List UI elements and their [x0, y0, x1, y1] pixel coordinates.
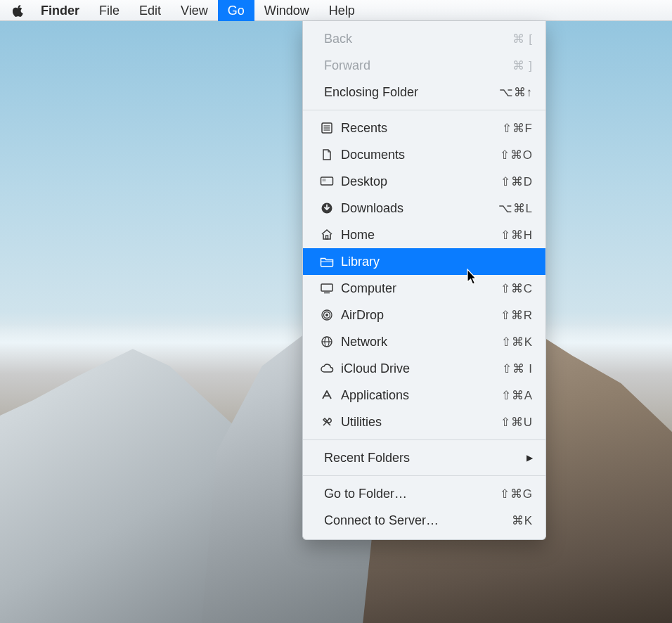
menu-item-label: Applications: [341, 388, 501, 403]
menu-item-applications[interactable]: Applications ⇧⌘A: [303, 382, 545, 409]
menu-item-label: Enclosing Folder: [324, 85, 499, 100]
menu-item-recent-folders[interactable]: Recent Folders ▶: [303, 444, 545, 471]
menu-item-shortcut: ⇧⌘G: [500, 487, 533, 501]
utilities-icon: [318, 416, 335, 428]
menu-item-label: Utilities: [341, 415, 500, 430]
svg-rect-9: [321, 284, 332, 291]
documents-icon: [318, 148, 335, 161]
menu-view[interactable]: View: [171, 0, 218, 21]
home-icon: [318, 229, 335, 241]
menu-item-shortcut: ⇧⌘C: [500, 281, 533, 296]
menu-item-shortcut: ⌘ [: [512, 32, 533, 46]
menu-item-back: Back ⌘ [: [303, 25, 545, 52]
app-name[interactable]: Finder: [31, 0, 89, 21]
menu-item-label: Home: [341, 228, 500, 243]
menu-item-label: Connect to Server…: [324, 513, 512, 528]
menu-item-icloud[interactable]: iCloud Drive ⇧⌘ I: [303, 355, 545, 382]
menu-item-enclosing-folder[interactable]: Enclosing Folder ⌥⌘↑: [303, 79, 545, 105]
svg-rect-5: [323, 179, 326, 181]
menu-item-shortcut: ⇧⌘A: [501, 388, 533, 403]
menu-item-downloads[interactable]: Downloads ⌥⌘L: [303, 195, 545, 221]
menu-item-shortcut: ⌥⌘↑: [499, 85, 534, 100]
menu-item-label: iCloud Drive: [341, 361, 502, 376]
menu-item-label: Documents: [341, 148, 500, 162]
library-folder-icon: [318, 256, 335, 267]
menu-file[interactable]: File: [89, 0, 129, 21]
menu-item-go-to-folder[interactable]: Go to Folder… ⇧⌘G: [303, 480, 545, 507]
go-menu-dropdown: Back ⌘ [ Forward ⌘ ] Enclosing Folder ⌥⌘…: [302, 21, 546, 540]
menu-item-label: Library: [341, 255, 533, 269]
downloads-icon: [318, 202, 335, 214]
menu-item-shortcut: ⌥⌘L: [498, 201, 533, 216]
menu-item-airdrop[interactable]: AirDrop ⇧⌘R: [303, 302, 545, 328]
menu-item-shortcut: ⇧⌘F: [502, 121, 533, 136]
menu-item-shortcut: ⇧⌘D: [500, 174, 533, 189]
desktop-icon: [318, 176, 335, 187]
computer-icon: [318, 283, 335, 294]
menu-separator: [303, 110, 545, 110]
menu-item-shortcut: ⇧⌘R: [500, 308, 533, 323]
menu-item-desktop[interactable]: Desktop ⇧⌘D: [303, 168, 545, 195]
menu-item-label: Go to Folder…: [324, 487, 500, 501]
menu-item-connect-to-server[interactable]: Connect to Server… ⌘K: [303, 507, 545, 534]
menu-item-label: Recent Folders: [324, 451, 526, 465]
network-icon: [318, 335, 335, 348]
menu-item-label: Desktop: [341, 174, 500, 189]
menu-item-shortcut: ⇧⌘U: [500, 415, 533, 430]
menu-item-label: Forward: [324, 58, 512, 73]
menu-separator: [303, 475, 545, 476]
menu-item-label: Computer: [341, 281, 500, 296]
menu-separator: [303, 439, 545, 440]
svg-point-11: [325, 314, 328, 316]
menu-item-documents[interactable]: Documents ⇧⌘O: [303, 141, 545, 168]
apple-menu[interactable]: [10, 0, 31, 21]
menu-item-label: Network: [341, 335, 501, 349]
menu-item-network[interactable]: Network ⇧⌘K: [303, 328, 545, 355]
menu-item-forward: Forward ⌘ ]: [303, 52, 545, 79]
menu-item-shortcut: ⇧⌘ I: [502, 361, 533, 376]
menu-item-label: AirDrop: [341, 308, 500, 323]
menu-go[interactable]: Go: [218, 0, 254, 21]
menu-item-shortcut: ⌘K: [512, 513, 533, 528]
menu-item-shortcut: ⇧⌘O: [500, 148, 533, 162]
submenu-arrow-icon: ▶: [526, 453, 533, 463]
menu-edit[interactable]: Edit: [129, 0, 171, 21]
recents-icon: [318, 122, 335, 134]
icloud-icon: [318, 364, 335, 373]
menu-item-recents[interactable]: Recents ⇧⌘F: [303, 115, 545, 141]
apple-logo-icon: [13, 4, 24, 17]
menu-item-computer[interactable]: Computer ⇧⌘C: [303, 275, 545, 302]
airdrop-icon: [318, 309, 335, 321]
menu-window[interactable]: Window: [254, 0, 319, 21]
menu-item-home[interactable]: Home ⇧⌘H: [303, 221, 545, 248]
menu-item-label: Downloads: [341, 201, 498, 216]
menu-item-label: Recents: [341, 121, 502, 136]
menu-item-utilities[interactable]: Utilities ⇧⌘U: [303, 409, 545, 435]
menu-item-label: Back: [324, 32, 512, 46]
menu-bar: Finder File Edit View Go Window Help: [0, 0, 672, 21]
applications-icon: [318, 389, 335, 402]
menu-help[interactable]: Help: [319, 0, 365, 21]
menu-item-shortcut: ⌘ ]: [512, 58, 533, 73]
menu-item-shortcut: ⇧⌘H: [500, 228, 533, 243]
menu-item-shortcut: ⇧⌘K: [501, 335, 533, 349]
menu-item-library[interactable]: Library: [303, 248, 545, 275]
